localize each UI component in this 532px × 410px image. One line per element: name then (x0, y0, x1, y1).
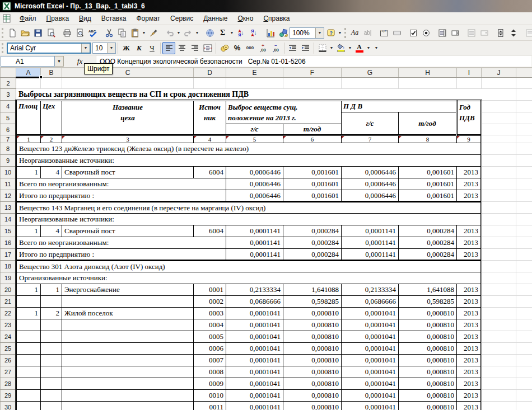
cell[interactable]: 2013 (457, 308, 482, 319)
row-header-14[interactable]: 14 (1, 214, 16, 225)
column-header-partial[interactable] (516, 68, 532, 78)
cell[interactable]: 1 (16, 225, 41, 237)
cell[interactable]: 2013 (457, 167, 482, 178)
cell[interactable] (482, 296, 516, 308)
cell[interactable] (62, 343, 194, 355)
cell[interactable] (482, 202, 516, 214)
cell[interactable]: Жилой поселок (62, 308, 194, 319)
cell[interactable]: 0,0001041 (226, 390, 283, 402)
cell[interactable] (516, 319, 532, 331)
cell[interactable] (41, 331, 62, 343)
cell[interactable]: 0,000810 (399, 308, 457, 319)
forms-toolbar-drag-handle[interactable] (344, 28, 346, 38)
cell[interactable] (16, 319, 41, 331)
row-header-4[interactable]: 4 (1, 101, 16, 112)
cell[interactable]: 2013 (457, 225, 482, 237)
cell[interactable]: Сварочный пост (62, 167, 194, 178)
cell[interactable]: 0,000810 (399, 355, 457, 366)
column-header-A[interactable]: A (16, 68, 41, 78)
cell[interactable] (516, 237, 532, 249)
cell[interactable] (62, 402, 194, 410)
header-cell-tseh[interactable]: Цех (41, 101, 62, 135)
underline-button[interactable]: Ч (146, 42, 158, 54)
forms-combo-box-2-button[interactable] (478, 27, 491, 39)
cell[interactable]: 1 (41, 284, 62, 296)
cell[interactable]: 0008 (194, 366, 226, 378)
cell[interactable]: 0,000810 (283, 355, 342, 366)
menu-view[interactable]: Вид (74, 13, 96, 24)
cell[interactable]: 0,0001041 (342, 402, 399, 410)
undo-dropdown-arrow[interactable]: ▼ (176, 31, 181, 35)
header-cell-ploshch[interactable]: Площ (16, 101, 41, 135)
row-header-10[interactable]: 10 (1, 167, 16, 178)
sort-descending-button[interactable]: ЯА ↓ (248, 27, 260, 39)
row-header-23[interactable]: 23 (1, 319, 16, 331)
row-header-24[interactable]: 24 (1, 331, 16, 343)
cell[interactable] (62, 378, 194, 390)
spelling-button[interactable]: ABC (86, 27, 99, 39)
undo-button[interactable] (163, 27, 176, 39)
cell[interactable]: 0,001601 (399, 190, 457, 202)
total-label-cell[interactable]: Итого по предприятию : (16, 249, 226, 261)
cell[interactable] (516, 296, 532, 308)
cell[interactable]: 0,000810 (399, 331, 457, 343)
cell[interactable]: 0,0001041 (226, 378, 283, 390)
cell[interactable]: 0,598285 (399, 296, 457, 308)
row-header-7[interactable]: 7 (1, 135, 16, 143)
merge-and-center-button[interactable] (201, 42, 214, 54)
cell[interactable] (516, 89, 532, 101)
cell[interactable]: 2013 (457, 249, 482, 261)
cell[interactable]: 0009 (194, 378, 226, 390)
cell[interactable]: 0,000810 (399, 319, 457, 331)
cell[interactable] (482, 101, 516, 112)
menu-file[interactable]: Файл (15, 13, 41, 24)
row-header-22[interactable]: 22 (1, 308, 16, 319)
increase-indent-button[interactable] (299, 42, 312, 54)
cell[interactable]: 0,000284 (399, 237, 457, 249)
cell[interactable] (516, 249, 532, 261)
header-cell-pdv-gs[interactable]: г/с (342, 112, 399, 135)
cell[interactable] (16, 296, 41, 308)
cell[interactable]: 0,0006446 (342, 190, 399, 202)
cell[interactable]: 1 (16, 284, 41, 296)
forms-scrollbar-button[interactable] (507, 27, 520, 39)
cell[interactable]: 0,0001141 (226, 249, 283, 261)
cell[interactable]: Сварочный пост (62, 225, 194, 237)
increase-decimal-button[interactable]: +,00 (256, 42, 269, 54)
colnum-cell[interactable]: 9 (457, 135, 482, 143)
open-button[interactable] (18, 27, 31, 39)
align-left-button[interactable] (162, 42, 175, 54)
source-type-row[interactable]: Неорганизованные источники: (16, 155, 482, 167)
currency-style-button[interactable] (218, 42, 231, 54)
cell[interactable]: 0004 (194, 319, 226, 331)
cell[interactable]: 0,0001041 (342, 366, 399, 378)
redo-dropdown-arrow[interactable]: ▼ (194, 31, 200, 35)
cell[interactable]: 6004 (194, 225, 226, 237)
cell[interactable] (41, 343, 62, 355)
decrease-decimal-button[interactable]: −,00 (269, 42, 282, 54)
menu-window[interactable]: Окно (233, 13, 259, 24)
cell[interactable]: 2 (41, 308, 62, 319)
cell[interactable] (482, 155, 516, 167)
cell[interactable]: 0001 (194, 284, 226, 296)
cell[interactable]: 0,000810 (399, 402, 457, 410)
header-cell-vybros-tgod[interactable]: т/год (283, 124, 342, 135)
cell[interactable]: 1,641088 (399, 284, 457, 296)
cell[interactable] (482, 319, 516, 331)
cell[interactable]: 0010 (194, 390, 226, 402)
borders-button[interactable] (316, 42, 329, 54)
row-header-17[interactable]: 17 (1, 249, 16, 261)
forms-label-button[interactable]: Aa (348, 27, 361, 39)
cell[interactable] (482, 284, 516, 296)
cell[interactable] (482, 214, 516, 225)
format-painter-button[interactable] (147, 27, 160, 39)
cell[interactable]: 0,001601 (283, 167, 342, 178)
cell[interactable]: 0,000284 (283, 237, 342, 249)
cell[interactable] (482, 355, 516, 366)
cell[interactable]: 0,2133334 (342, 284, 399, 296)
formula-input[interactable]: ООО Концепция экологической безопасности… (96, 56, 531, 67)
cell[interactable] (41, 390, 62, 402)
cell[interactable] (516, 343, 532, 355)
cell[interactable]: 0006 (194, 343, 226, 355)
decrease-indent-button[interactable] (286, 42, 299, 54)
